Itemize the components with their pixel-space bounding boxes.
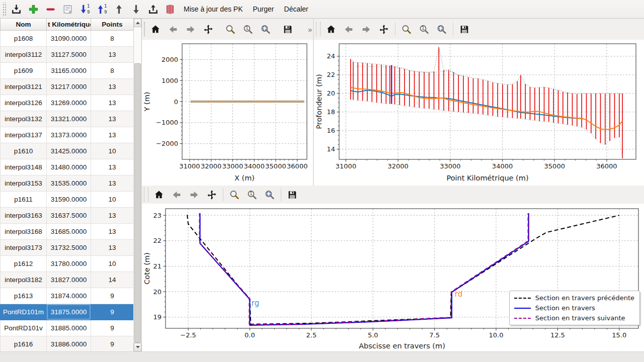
sort-descending-button[interactable]: 1 9 xyxy=(76,2,93,17)
cell-points: 10 xyxy=(91,256,134,272)
plot-toolbar-grip[interactable] xyxy=(144,22,145,36)
longitudinal-plot-toolbar: 1 xyxy=(314,19,644,40)
update-pk-button[interactable]: Mise à jour des PK xyxy=(179,2,248,17)
save-button[interactable] xyxy=(279,21,296,38)
plot-legend[interactable]: Section en travers précédenteSection en … xyxy=(509,291,640,325)
sort-ascending-button[interactable]: 1 9 xyxy=(94,2,110,17)
cell-nom: interpol3126 xyxy=(1,95,47,111)
purge-button[interactable]: Purger xyxy=(249,2,279,17)
move-down-button[interactable] xyxy=(128,2,144,17)
cross-section-plot-canvas[interactable]: −2.50.02.55.07.510.012.515.01920212223Ab… xyxy=(142,204,643,351)
home-button[interactable] xyxy=(323,21,340,38)
pan-button[interactable] xyxy=(375,21,392,38)
back-button[interactable] xyxy=(165,21,182,38)
table-row[interactable]: interpol316831685.000013 xyxy=(1,224,134,240)
cell-nom: interpol3121 xyxy=(1,79,47,95)
zoom-icon xyxy=(225,23,236,36)
series-section-suivante xyxy=(200,213,528,325)
back-button[interactable] xyxy=(168,186,185,203)
cell-points: 13 xyxy=(91,224,134,240)
sections-button[interactable] xyxy=(162,2,178,17)
forward-button[interactable] xyxy=(182,21,199,38)
table-row[interactable]: interpol316331637.500013 xyxy=(1,208,134,224)
zoom-original-button[interactable]: 1 xyxy=(239,21,257,38)
forward-button[interactable] xyxy=(358,21,375,38)
table-row[interactable]: p160831090.00008 xyxy=(1,31,134,47)
table-row[interactable]: p161631886.00009 xyxy=(1,336,134,352)
table-row[interactable]: interpol317331732.500013 xyxy=(1,240,134,256)
table-row[interactable]: PontRD101m31875.00009 xyxy=(1,304,134,320)
export-button[interactable] xyxy=(145,2,161,17)
scroll-up-button[interactable] xyxy=(134,19,141,27)
add-button[interactable] xyxy=(25,2,41,17)
shift-button[interactable]: Décaler xyxy=(280,2,313,17)
pan-button[interactable] xyxy=(200,21,217,38)
table-scrollbar[interactable] xyxy=(133,19,141,351)
zoom-button[interactable] xyxy=(226,186,243,203)
table-row[interactable]: interpol315331535.000013 xyxy=(1,175,134,192)
home-button[interactable] xyxy=(147,21,164,38)
cell-pk: 31780.0000 xyxy=(47,256,91,272)
longitudinal-plot-canvas[interactable]: 3100032000330003400035000360001416182022… xyxy=(314,40,644,185)
table-row[interactable]: interpol314831480.000013 xyxy=(1,159,134,175)
remove-button[interactable] xyxy=(42,2,58,17)
cell-pk: 31885.0000 xyxy=(47,320,91,336)
plot-toolbar-grip[interactable] xyxy=(144,188,148,202)
back-button[interactable] xyxy=(340,21,357,38)
zoom-original-button[interactable]: 1 xyxy=(416,21,433,38)
scrollbar-thumb[interactable] xyxy=(134,63,141,343)
svg-text:9: 9 xyxy=(104,10,107,15)
toolbar-overflow-chevron[interactable]: » xyxy=(308,25,312,34)
toolbar-grip[interactable] xyxy=(2,3,6,16)
table-row[interactable]: p160931165.00008 xyxy=(1,63,134,79)
table-row[interactable]: interpol312631269.000013 xyxy=(1,95,134,111)
column-header-pk[interactable]: t Kilométrique xyxy=(47,19,91,31)
cell-points: 13 xyxy=(91,95,134,111)
cell-points: 10 xyxy=(91,192,134,208)
x-axis-label: X (m) xyxy=(234,174,255,182)
back-icon xyxy=(168,23,179,36)
table-row[interactable]: p161331874.00009 xyxy=(1,288,134,304)
save-button[interactable] xyxy=(284,186,301,203)
svg-text:32000: 32000 xyxy=(387,162,408,170)
table-row[interactable]: interpol313731373.000013 xyxy=(1,127,134,143)
cell-points: 10 xyxy=(91,143,134,159)
zoom-rect-button[interactable] xyxy=(433,21,450,38)
svg-text:18: 18 xyxy=(327,108,335,116)
move-up-button[interactable] xyxy=(111,2,127,17)
table-row[interactable]: p161231780.000010 xyxy=(1,256,134,272)
scrollbar-trough[interactable] xyxy=(134,27,141,343)
zoom-button[interactable] xyxy=(398,21,415,38)
plan-plot-canvas[interactable]: 310003200033000340003500036000−2000−1000… xyxy=(142,40,312,185)
cell-points: 13 xyxy=(91,208,134,224)
cross-section-plot-area: −2.50.02.55.07.510.012.515.01920212223Ab… xyxy=(142,204,644,351)
forward-button[interactable] xyxy=(186,186,203,203)
plot-toolbar-grip[interactable] xyxy=(316,22,320,36)
table-row[interactable]: p161131590.000010 xyxy=(1,192,134,208)
pan-button[interactable] xyxy=(203,186,220,203)
zoom-button[interactable] xyxy=(222,21,239,38)
back-icon xyxy=(343,23,354,36)
cell-pk: 31886.0000 xyxy=(47,336,91,352)
svg-text:23: 23 xyxy=(153,212,162,219)
save-button[interactable] xyxy=(456,21,473,38)
svg-text:21: 21 xyxy=(153,262,162,270)
column-header-nom[interactable]: Nom xyxy=(1,19,47,31)
svg-text:12.5: 12.5 xyxy=(550,331,565,339)
table-row[interactable]: interpol313231321.000013 xyxy=(1,111,134,127)
table-row[interactable]: interpol312131217.000013 xyxy=(1,79,134,95)
zoom-rect-button[interactable] xyxy=(257,21,274,38)
notes-button[interactable] xyxy=(59,2,75,17)
table-row[interactable]: p161031425.000010 xyxy=(1,143,134,159)
column-header-points[interactable]: Points xyxy=(91,19,134,31)
zoom-rect-button[interactable] xyxy=(261,186,278,203)
table-row[interactable]: interpol318231827.000014 xyxy=(1,272,134,288)
zoom-original-button[interactable]: 1 xyxy=(244,186,261,203)
scroll-down-button[interactable] xyxy=(134,343,141,351)
import-button[interactable] xyxy=(8,2,24,17)
table-row[interactable]: PontRD101v31885.00009 xyxy=(1,320,134,336)
home-button[interactable] xyxy=(150,186,168,203)
svg-text:33000: 33000 xyxy=(222,162,243,170)
status-strip xyxy=(0,351,644,362)
table-row[interactable]: interpol311231127.500013 xyxy=(1,47,134,63)
